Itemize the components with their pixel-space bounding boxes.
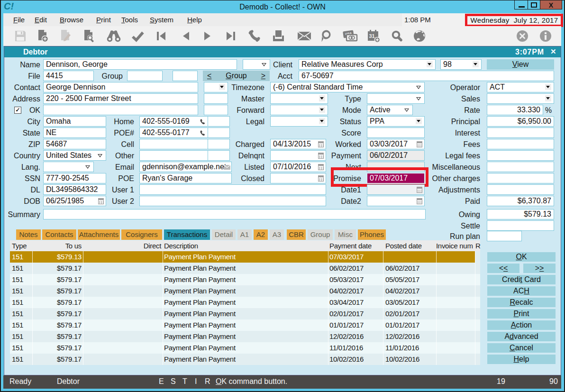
svg-text:31: 31 [369,33,375,39]
